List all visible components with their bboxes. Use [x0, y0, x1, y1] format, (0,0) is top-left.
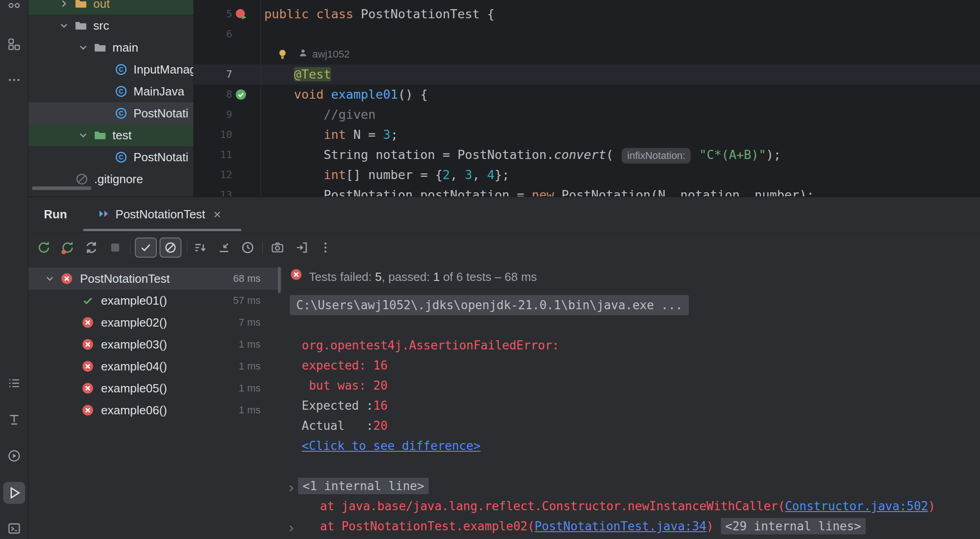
test-case-row[interactable]: example02()7 ms	[28, 312, 282, 333]
rerun-icon[interactable]	[35, 238, 53, 257]
stack-trace-link[interactable]: Constructor.java:502	[785, 499, 928, 513]
run-config-tab[interactable]: PostNotationTest ×	[85, 197, 233, 232]
fold-chevron-icon[interactable]	[285, 480, 297, 492]
class-icon: C	[113, 62, 129, 77]
test-case-row[interactable]: example05()1 ms	[28, 377, 282, 399]
run-fail-gutter-icon[interactable]	[234, 7, 248, 21]
editor-line[interactable]: 5public class PostNotationTest {	[194, 4, 980, 24]
chevron-right-icon[interactable]	[56, 0, 72, 12]
test-passed-icon	[80, 293, 96, 308]
chevron-down-icon[interactable]	[42, 270, 58, 287]
scrollbar-thumb[interactable]	[278, 267, 281, 293]
export-icon[interactable]	[293, 238, 311, 257]
code-token: ,	[472, 168, 487, 182]
run-console[interactable]: Tests failed: 5, passed: 1 of 6 tests – …	[282, 263, 980, 539]
test-root-row[interactable]: PostNotationTest68 ms	[28, 268, 282, 290]
editor-line[interactable]: 11 String notation = PostNotation.conver…	[194, 145, 980, 165]
tree-item-src[interactable]: src	[28, 15, 193, 37]
run-pass-gutter-icon[interactable]	[234, 88, 248, 101]
editor-line[interactable]: 10 int N = 3;	[194, 125, 980, 145]
close-icon[interactable]: ×	[213, 208, 221, 221]
test-case-row[interactable]: example04()1 ms	[28, 355, 282, 377]
chevron-down-icon[interactable]	[75, 127, 91, 143]
code-token: (	[606, 148, 621, 162]
test-case-row[interactable]: example03()1 ms	[28, 333, 282, 355]
tree-item-out[interactable]: out	[28, 0, 193, 15]
more-options-icon[interactable]	[316, 238, 335, 257]
line-number: 6	[194, 24, 232, 44]
test-case-row[interactable]: example01()57 ms	[28, 290, 282, 312]
scrollbar-thumb[interactable]	[32, 186, 91, 190]
line-number: 8	[194, 85, 232, 105]
apply-changes-icon[interactable]	[82, 238, 101, 257]
test-case-row[interactable]: example06()1 ms	[28, 399, 282, 421]
status-text: Tests failed: 5, passed: 1 of 6 tests – …	[309, 267, 537, 287]
test-duration: 1 ms	[239, 360, 261, 372]
editor-line[interactable]: 6	[194, 24, 980, 44]
tree-item-test[interactable]: test	[28, 124, 193, 146]
stack-trace-link[interactable]: PostNotationTest.java:34	[535, 519, 707, 533]
fold-chevron-icon[interactable]	[285, 520, 297, 532]
run-tab-bar: Run PostNotationTest ×	[28, 197, 980, 233]
intention-bulb-icon[interactable]	[276, 48, 289, 61]
run-icon[interactable]	[3, 482, 25, 504]
test-duration: 68 ms	[233, 273, 261, 285]
services-icon[interactable]	[5, 447, 23, 465]
code-token: 1	[433, 270, 440, 284]
tree-item-inputmanag[interactable]: CInputManag	[28, 58, 193, 80]
code-token: 3	[465, 168, 472, 182]
line-number: 7	[194, 64, 232, 85]
rerun-failed-icon[interactable]	[59, 238, 77, 257]
editor-line[interactable]: 13 PostNotation postNotation = new PostN…	[194, 185, 980, 196]
code-token: 2	[442, 168, 450, 182]
stack-trace-link[interactable]: <Click to see difference>	[302, 439, 480, 453]
structure-icon[interactable]	[5, 35, 23, 53]
build-icon[interactable]	[5, 411, 23, 429]
console-blank-line	[282, 315, 980, 335]
collapse-all-icon[interactable]	[215, 238, 233, 257]
sort-icon[interactable]	[191, 238, 209, 257]
command-text: C:\Users\awj1052\.jdks\openjdk-21.0.1\bi…	[290, 295, 689, 315]
stop-icon[interactable]	[106, 238, 124, 257]
editor-line[interactable]: 8 void example01() {	[194, 85, 980, 105]
more-icon[interactable]	[5, 71, 23, 89]
history-icon[interactable]	[239, 238, 257, 257]
console-line: expected: 16	[282, 355, 980, 375]
chevron-down-icon[interactable]	[75, 39, 91, 56]
folded-lines-box[interactable]: <1 internal line>	[298, 478, 429, 494]
code-token: )	[928, 499, 936, 513]
code-token: 20	[373, 419, 388, 433]
tree-item-main[interactable]: main	[28, 37, 193, 58]
tree-item-postnotati[interactable]: CPostNotati	[28, 146, 193, 168]
line-number: 11	[194, 145, 232, 165]
folded-lines-box[interactable]: <29 internal lines>	[721, 518, 866, 534]
show-passed-toggle-icon[interactable]	[135, 238, 157, 258]
vcs-dots-icon[interactable]	[5, 0, 23, 15]
code-token: };	[495, 168, 510, 182]
folder-icon	[92, 40, 108, 55]
editor-line[interactable]: 9 //given	[194, 105, 980, 125]
test-duration: 1 ms	[239, 338, 261, 350]
console-line: Expected :16	[282, 396, 980, 416]
screenshot-icon[interactable]	[268, 238, 287, 257]
tree-item-mainjava[interactable]: CMainJava	[28, 80, 193, 102]
ide-window: outsrcmainCInputManagCMainJavaCPostNotat…	[0, 0, 980, 539]
terminal-icon[interactable]	[5, 519, 23, 538]
line-number: 13	[194, 185, 232, 196]
editor-line[interactable]: 7 @Test	[194, 64, 980, 85]
editor[interactable]: 5public class PostNotationTest {6awj1052…	[194, 0, 980, 196]
tree-item-postnotati[interactable]: CPostNotati	[28, 102, 193, 124]
chevron-down-icon[interactable]	[56, 17, 72, 34]
code-token: [] number = {	[346, 168, 442, 182]
test-failed-icon	[80, 380, 96, 396]
ignore-toggle-icon[interactable]	[160, 238, 181, 258]
test-duration: 57 ms	[233, 295, 261, 306]
editor-line[interactable]: 12 int[] number = {2, 3, 4};	[194, 165, 980, 185]
todo-icon[interactable]	[5, 374, 23, 392]
code-author-hint[interactable]: awj1052	[298, 44, 350, 64]
test-failed-icon	[59, 271, 75, 286]
code-token	[264, 188, 324, 196]
code-token: of 6 tests – 68 ms	[440, 270, 537, 284]
console-blank-line	[282, 456, 980, 476]
code-token: "C*(A+B)"	[699, 148, 766, 162]
